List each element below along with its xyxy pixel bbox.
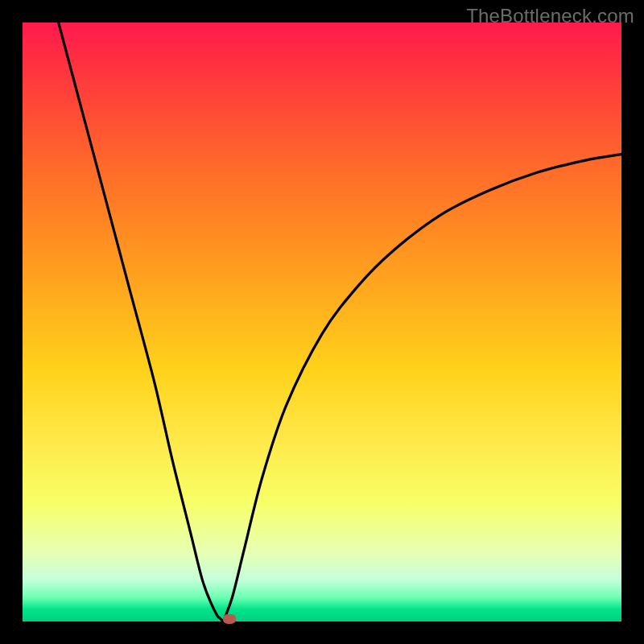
bottleneck-curve [23,23,621,621]
optimum-marker [223,614,236,624]
watermark-text: TheBottleneck.com [466,5,634,27]
chart-plot-area [23,23,621,621]
curve-path [59,23,621,621]
chart-frame: TheBottleneck.com [0,0,644,644]
